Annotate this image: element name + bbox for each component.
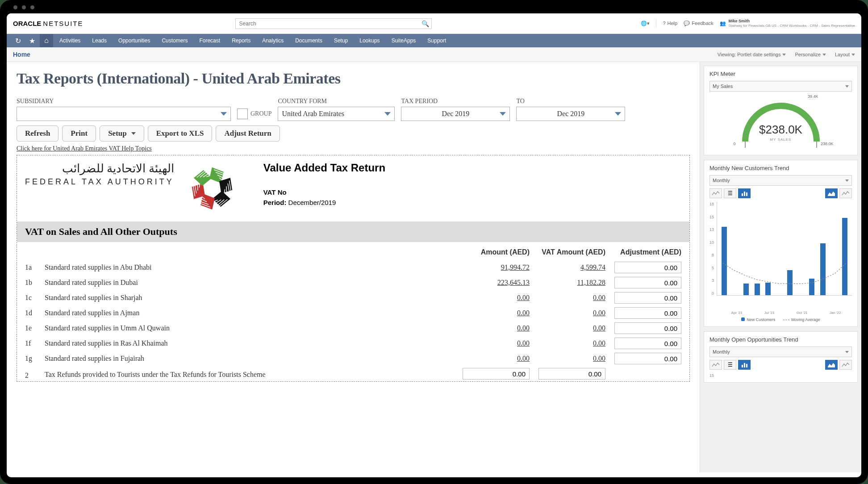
layout-link[interactable]: Layout xyxy=(835,52,855,57)
nav-leads[interactable]: Leads xyxy=(87,34,112,47)
nav-analytics[interactable]: Analytics xyxy=(257,34,289,47)
nav-reports[interactable]: Reports xyxy=(226,34,256,47)
search-icon[interactable]: 🔍 xyxy=(421,20,429,27)
adjustment-input[interactable] xyxy=(614,338,681,349)
area-chart-icon[interactable] xyxy=(825,360,838,370)
chart-bar[interactable] xyxy=(787,270,793,295)
setup-button[interactable]: Setup xyxy=(100,125,144,142)
home-icon[interactable]: ⌂ xyxy=(40,34,53,47)
nav-lookups[interactable]: Lookups xyxy=(354,34,385,47)
tax-period-select[interactable]: Dec 2019 xyxy=(401,107,510,121)
adjustment-input[interactable] xyxy=(614,277,681,288)
adjust-return-button[interactable]: Adjust Return xyxy=(216,125,280,142)
chevron-down-icon xyxy=(845,85,849,88)
svg-rect-4 xyxy=(746,192,747,196)
user-name: Mike Smith xyxy=(729,19,855,24)
kpi-max: 238.0K xyxy=(821,142,834,146)
chart-bar[interactable] xyxy=(809,279,814,295)
tax-period-label: TAX PERIOD xyxy=(401,98,510,105)
history-icon[interactable]: ↻ xyxy=(11,34,25,47)
nav-customers[interactable]: Customers xyxy=(156,34,193,47)
chevron-down-icon xyxy=(221,112,227,116)
open-opportunities-trend-portlet: Monthly Open Opportunities Trend Monthly… xyxy=(704,331,858,383)
refresh-button[interactable]: Refresh xyxy=(17,125,58,142)
adj-header: Adjustment (AED) xyxy=(608,245,684,260)
line-chart-alt-icon[interactable] xyxy=(839,188,852,198)
line-chart-alt-icon[interactable] xyxy=(839,360,852,370)
fta-english-name: FEDERAL TAX AUTHORITY xyxy=(25,177,174,187)
line-chart-icon[interactable] xyxy=(709,188,722,198)
list-icon[interactable]: ☰ xyxy=(724,360,736,370)
vat-help-link[interactable]: Click here for United Arab Emirates VAT … xyxy=(17,145,152,152)
vat-row: 1e Standard rated supplies in Umm Al Quw… xyxy=(22,321,684,336)
personalize-link[interactable]: Personalize xyxy=(795,52,826,57)
adjustment-input[interactable] xyxy=(614,307,681,319)
nav-forecast[interactable]: Forecast xyxy=(194,34,225,47)
kpi-title: KPI Meter xyxy=(709,71,852,77)
trend2-select[interactable]: Monthly xyxy=(709,346,852,357)
nav-suiteapps[interactable]: SuiteApps xyxy=(386,34,421,47)
top-header: ORACLENETSUITE 🔍 🌐▾ ?Help 💬Feedback 👥 Mi… xyxy=(7,13,861,34)
trend1-title: Monthly New Customers Trend xyxy=(709,165,852,171)
adjustment-input[interactable] xyxy=(614,353,681,364)
vat-row: 1b Standard rated supplies in Dubai 223,… xyxy=(22,275,684,290)
line-chart-icon[interactable] xyxy=(709,360,722,370)
export-xls-button[interactable]: Export to XLS xyxy=(148,125,213,142)
chevron-down-icon xyxy=(500,112,506,116)
vat-row: 1g Standard rated supplies in Fujairah 0… xyxy=(22,351,684,366)
viewing-selector[interactable]: Viewing: Portlet date settings xyxy=(718,52,786,57)
bar-chart-icon[interactable] xyxy=(738,360,751,370)
amount-input[interactable] xyxy=(463,368,530,380)
kpi-min: 0 xyxy=(734,142,736,146)
period-value: December/2019 xyxy=(288,199,336,206)
kpi-gauge: $238.0K MY SALES 0 238.0K 39.4K xyxy=(736,97,826,150)
area-chart-icon[interactable] xyxy=(825,188,838,198)
chevron-down-icon xyxy=(845,179,849,182)
trend1-select[interactable]: Monthly xyxy=(709,175,852,186)
breadcrumb[interactable]: Home xyxy=(13,51,30,58)
nav-opportunities[interactable]: Opportunities xyxy=(113,34,155,47)
subsidiary-select[interactable] xyxy=(17,107,231,121)
to-label: TO xyxy=(516,98,625,105)
adjustment-input[interactable] xyxy=(614,322,681,334)
chat-icon: 💬 xyxy=(684,21,690,26)
adjustment-input[interactable] xyxy=(614,292,681,304)
chevron-down-icon xyxy=(131,132,136,135)
nav-setup[interactable]: Setup xyxy=(329,34,353,47)
kpi-value: $238.0K xyxy=(736,123,826,137)
chevron-down-icon xyxy=(845,351,849,353)
country-form-select[interactable]: United Arab Emirates xyxy=(278,107,395,121)
group-label: GROUP xyxy=(250,110,271,117)
list-icon[interactable]: ☰ xyxy=(724,188,736,198)
chart-bar[interactable] xyxy=(820,243,826,295)
vat-section-header: VAT on Sales and All Other Outputs xyxy=(17,221,689,242)
chart-bar[interactable] xyxy=(765,283,771,295)
nav-support[interactable]: Support xyxy=(422,34,451,47)
feedback-link[interactable]: 💬Feedback xyxy=(684,21,713,26)
new-customers-chart: 181513108530 xyxy=(709,202,852,309)
nav-documents[interactable]: Documents xyxy=(290,34,328,47)
chart-bar[interactable] xyxy=(842,218,847,295)
user-role: Stairway for Financials GB US - CRM Work… xyxy=(729,24,855,28)
main-nav: ↻ ★ ⌂ ActivitiesLeadsOpportunitiesCustom… xyxy=(7,34,861,47)
vat-row: 1c Standard rated supplies in Sharjah 0.… xyxy=(22,290,684,305)
chart-bar[interactable] xyxy=(722,227,727,295)
bar-chart-icon[interactable] xyxy=(738,188,751,198)
favorites-icon[interactable]: ★ xyxy=(25,34,39,47)
vat-input[interactable] xyxy=(538,368,605,380)
kpi-select[interactable]: My Sales xyxy=(709,81,852,92)
print-button[interactable]: Print xyxy=(62,125,96,142)
nav-activities[interactable]: Activities xyxy=(54,34,86,47)
vat-return-title: Value Added Tax Return xyxy=(263,162,385,174)
user-icon: 👥 xyxy=(720,21,726,26)
adjustment-input[interactable] xyxy=(614,262,681,273)
group-checkbox[interactable] xyxy=(237,108,248,119)
help-icon: ? xyxy=(663,21,665,26)
chart-bar[interactable] xyxy=(755,284,760,295)
to-select[interactable]: Dec 2019 xyxy=(516,107,625,121)
search-input[interactable] xyxy=(235,18,432,29)
user-menu[interactable]: 👥 Mike Smith Stairway for Financials GB … xyxy=(720,19,855,28)
globe-icon[interactable]: 🌐▾ xyxy=(641,21,650,26)
help-link[interactable]: ?Help xyxy=(663,21,677,26)
chart-bar[interactable] xyxy=(743,284,749,295)
